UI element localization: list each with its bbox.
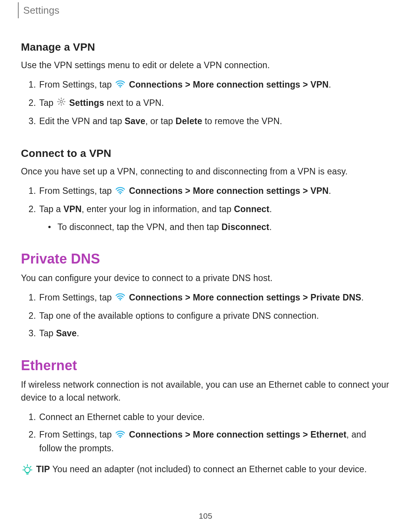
svg-line-19 [24, 466, 25, 467]
svg-line-20 [30, 466, 31, 467]
text: . [329, 80, 331, 89]
list-item: Connect an Ethernet cable to your device… [21, 411, 390, 424]
text: , or tap [145, 116, 175, 126]
tip-block: TIP You need an adapter (not included) t… [21, 463, 390, 480]
sublist: To disconnect, tap the VPN, and then tap… [39, 220, 390, 234]
text: . [361, 292, 364, 302]
heading-manage-vpn: Manage a VPN [21, 41, 390, 53]
svg-point-1 [60, 101, 62, 103]
text: Settings [67, 98, 104, 108]
svg-point-11 [119, 299, 121, 300]
text: . [76, 328, 79, 338]
tip-text: You need an adapter (not included) to co… [50, 464, 366, 474]
svg-point-10 [119, 193, 121, 194]
intro-private-dns: You can configure your device to connect… [21, 272, 390, 285]
text: From Settings, tap [39, 80, 114, 89]
list-item: Tap Settings next to a VPN. [21, 96, 390, 110]
text: From Settings, tap [39, 430, 114, 439]
text: , enter your log in information, and tap [81, 204, 234, 214]
page-header: Settings [21, 0, 390, 21]
text: Disconnect [221, 222, 269, 232]
list-item: From Settings, tap Connections > More co… [21, 78, 390, 92]
list-item: From Settings, tap Connections > More co… [21, 184, 390, 198]
text: next to a VPN. [104, 98, 164, 108]
text: Save [56, 328, 76, 338]
svg-line-7 [63, 104, 64, 104]
wifi-icon [115, 291, 126, 305]
list-item: To disconnect, tap the VPN, and then tap… [39, 220, 390, 234]
header-rule [18, 2, 19, 18]
list-item: Tap Save. [21, 327, 390, 340]
svg-line-6 [59, 99, 59, 100]
text: To disconnect, tap the VPN, and then tap [57, 222, 221, 232]
gear-icon [57, 97, 66, 110]
wifi-icon [115, 185, 126, 198]
text: Connections > More connection settings >… [126, 186, 328, 196]
list-connect-vpn: From Settings, tap Connections > More co… [21, 184, 390, 233]
list-item: Tap a VPN, enter your log in information… [21, 203, 390, 233]
tip-text-wrap: TIP You need an adapter (not included) t… [36, 463, 367, 476]
text: . [269, 204, 272, 214]
intro-ethernet: If wireless network connection is not av… [21, 378, 390, 404]
heading-ethernet: Ethernet [21, 358, 390, 374]
svg-point-0 [119, 86, 121, 88]
list-item: From Settings, tap Connections > More co… [21, 291, 390, 305]
text: Connections > More connection settings >… [126, 430, 346, 439]
intro-connect-vpn: Once you have set up a VPN, connecting t… [21, 165, 390, 178]
text: Tap a [39, 204, 64, 214]
list-item: Tap one of the available options to conf… [21, 309, 390, 323]
heading-connect-vpn: Connect to a VPN [21, 147, 390, 160]
wifi-icon [115, 78, 126, 92]
text: VPN [64, 204, 82, 214]
header-title: Settings [23, 5, 59, 16]
intro-manage-vpn: Use the VPN settings menu to edit or del… [21, 59, 390, 72]
text: Connect an Ethernet cable to your device… [39, 412, 205, 422]
tip-label: TIP [36, 464, 50, 474]
svg-line-9 [63, 99, 64, 100]
text: . [329, 186, 331, 196]
text: From Settings, tap [39, 292, 114, 302]
svg-point-12 [119, 436, 121, 438]
text: Tap [39, 328, 56, 338]
list-manage-vpn: From Settings, tap Connections > More co… [21, 78, 390, 128]
text: Delete [175, 116, 202, 126]
text: . [269, 222, 272, 232]
list-item: Edit the VPN and tap Save, or tap Delete… [21, 115, 390, 128]
list-private-dns: From Settings, tap Connections > More co… [21, 291, 390, 340]
text: Connect [234, 204, 269, 214]
text: Tap one of the available options to conf… [39, 311, 319, 321]
text: to remove the VPN. [202, 116, 282, 126]
svg-line-8 [59, 104, 59, 104]
text: Save [125, 116, 145, 126]
text: Edit the VPN and tap [39, 116, 125, 126]
list-item: From Settings, tap Connections > More co… [21, 428, 390, 455]
text: From Settings, tap [39, 186, 114, 196]
lightbulb-icon [21, 463, 34, 480]
text: Connections > More connection settings >… [126, 80, 328, 89]
list-ethernet: Connect an Ethernet cable to your device… [21, 411, 390, 455]
wifi-icon [115, 429, 126, 442]
svg-point-13 [25, 467, 30, 473]
text: Connections > More connection settings >… [126, 292, 361, 302]
page-number: 105 [0, 511, 411, 521]
text: Tap [39, 98, 56, 108]
heading-private-dns: Private DNS [21, 251, 390, 267]
